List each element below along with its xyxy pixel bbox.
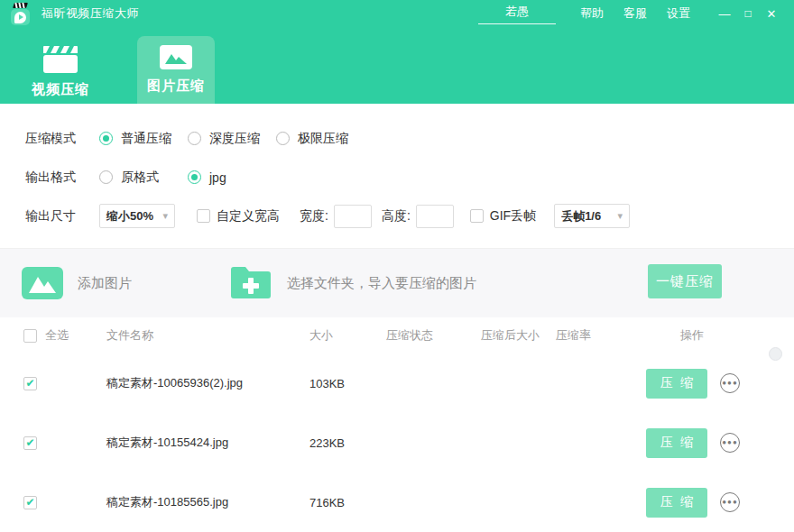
chevron-down-icon: ▾ xyxy=(618,210,623,222)
row-filename: 稿定素材-10185565.jpg xyxy=(106,494,309,510)
tab-video-compress[interactable]: 视频压缩 xyxy=(22,40,99,104)
action-band: 添加图片 选择文件夹，导入要压缩的图片 一键压缩 xyxy=(0,248,794,317)
compression-mode-label: 压缩模式 xyxy=(25,131,99,147)
scale-dropdown[interactable]: 缩小50% ▾ xyxy=(99,204,175,228)
width-input[interactable] xyxy=(334,205,372,228)
select-all-label: 全选 xyxy=(45,327,69,344)
width-label: 宽度: xyxy=(300,208,328,225)
image-icon xyxy=(160,45,192,69)
radio-label: 原格式 xyxy=(121,170,159,186)
radio-label: 深度压缩 xyxy=(209,131,260,147)
header-status: 压缩状态 xyxy=(386,327,481,344)
output-size-row: 输出尺寸 缩小50% ▾ 自定义宽高 宽度: 高度: GIF丢帧 丢帧1/6 ▾ xyxy=(0,197,794,235)
custom-size-checkbox-item[interactable]: 自定义宽高 xyxy=(197,208,280,225)
more-options-icon[interactable]: ●●● xyxy=(720,492,740,512)
add-images-label: 添加图片 xyxy=(78,275,132,292)
radio-icon xyxy=(276,132,290,145)
output-format-row: 输出格式 原格式 jpg xyxy=(0,158,794,197)
row-checkbox[interactable]: ✔ xyxy=(23,496,37,509)
header-size: 大小 xyxy=(309,327,386,344)
gif-dropframe-checkbox[interactable] xyxy=(470,209,484,223)
gif-dropframe-checkbox-item[interactable]: GIF丢帧 xyxy=(470,208,536,225)
radio-jpg-format[interactable]: jpg xyxy=(188,170,226,185)
table-row: ✔ 稿定素材-10185565.jpg 716KB 压缩 ●●● xyxy=(0,472,794,532)
row-filename: 稿定素材-10155424.jpg xyxy=(106,435,309,451)
radio-icon xyxy=(99,132,113,145)
username-menu[interactable]: 若愚 xyxy=(478,4,556,24)
dropframe-dropdown-value: 丢帧1/6 xyxy=(561,208,601,225)
tab-image-label: 图片压缩 xyxy=(147,78,205,95)
chevron-down-icon: ▾ xyxy=(162,210,168,222)
app-window: 福昕视频压缩大师 若愚 帮助 客服 设置 — □ ✕ 视频压缩 xyxy=(0,0,794,532)
add-image-icon xyxy=(22,267,63,299)
output-format-label: 输出格式 xyxy=(25,170,99,186)
table-row: ✔ 稿定素材-10155424.jpg 223KB 压缩 ●●● xyxy=(0,413,794,472)
row-filename: 稿定素材-10065936(2).jpg xyxy=(106,375,309,391)
table-row: ✔ 稿定素材-10065936(2).jpg 103KB 压缩 ●●● xyxy=(0,353,794,413)
radio-normal-compress[interactable]: 普通压缩 xyxy=(99,131,188,147)
more-options-icon[interactable]: ●●● xyxy=(720,373,740,393)
row-compress-button[interactable]: 压缩 xyxy=(646,488,707,518)
minimize-button[interactable]: — xyxy=(713,7,736,21)
custom-size-checkbox[interactable] xyxy=(197,209,210,223)
radio-label: 极限压缩 xyxy=(298,131,348,147)
scale-dropdown-value: 缩小50% xyxy=(106,208,153,225)
maximize-button[interactable]: □ xyxy=(736,7,760,20)
header-action: 操作 xyxy=(646,327,794,344)
tab-video-label: 视频压缩 xyxy=(32,81,89,98)
header-after-size: 压缩后大小 xyxy=(481,327,556,344)
table-body: ✔ 稿定素材-10065936(2).jpg 103KB 压缩 ●●● ✔ 稿定… xyxy=(0,353,794,532)
compress-all-button[interactable]: 一键压缩 xyxy=(648,264,722,298)
dropframe-dropdown[interactable]: 丢帧1/6 ▾ xyxy=(554,204,630,228)
folder-plus-icon xyxy=(229,266,272,300)
output-size-label: 输出尺寸 xyxy=(25,208,99,225)
menu-settings[interactable]: 设置 xyxy=(667,5,690,22)
radio-icon xyxy=(188,132,201,145)
header-ratio: 压缩率 xyxy=(556,327,646,344)
table-header: 全选 文件名称 大小 压缩状态 压缩后大小 压缩率 操作 xyxy=(0,317,794,353)
height-label: 高度: xyxy=(382,208,411,225)
radio-extreme-compress[interactable]: 极限压缩 xyxy=(276,131,348,147)
row-checkbox[interactable]: ✔ xyxy=(23,436,37,450)
row-size: 223KB xyxy=(309,436,386,450)
radio-deep-compress[interactable]: 深度压缩 xyxy=(188,131,276,147)
row-checkbox[interactable]: ✔ xyxy=(23,377,37,390)
more-options-icon[interactable]: ●●● xyxy=(720,433,740,453)
titlebar: 福昕视频压缩大师 若愚 帮助 客服 设置 — □ ✕ xyxy=(0,0,794,27)
custom-size-label: 自定义宽高 xyxy=(217,208,280,225)
row-compress-button[interactable]: 压缩 xyxy=(646,428,707,458)
row-size: 103KB xyxy=(309,377,386,390)
menu-help[interactable]: 帮助 xyxy=(580,5,604,22)
radio-label: 普通压缩 xyxy=(121,131,171,147)
tabbar: 视频压缩 图片压缩 xyxy=(0,27,794,104)
radio-label: jpg xyxy=(209,170,226,185)
gif-dropframe-label: GIF丢帧 xyxy=(490,208,536,225)
app-title: 福昕视频压缩大师 xyxy=(42,5,139,22)
add-images-button[interactable]: 添加图片 xyxy=(22,267,132,299)
app-logo-icon xyxy=(11,3,34,26)
menu-support[interactable]: 客服 xyxy=(623,5,647,22)
row-size: 716KB xyxy=(309,496,386,509)
clapperboard-icon xyxy=(43,46,78,73)
close-button[interactable]: ✕ xyxy=(760,7,783,21)
height-input[interactable] xyxy=(416,205,454,228)
radio-icon xyxy=(188,170,201,184)
radio-icon xyxy=(99,170,113,184)
add-folder-button[interactable]: 选择文件夹，导入要压缩的图片 xyxy=(229,266,476,300)
scrollbar-thumb[interactable] xyxy=(769,347,782,361)
compression-mode-row: 压缩模式 普通压缩 深度压缩 极限压缩 xyxy=(0,119,794,158)
settings-panel: 压缩模式 普通压缩 深度压缩 极限压缩 输出格式 原格式 jpg xyxy=(0,104,794,248)
tab-image-compress[interactable]: 图片压缩 xyxy=(137,36,215,104)
select-all-checkbox[interactable] xyxy=(23,329,37,343)
radio-original-format[interactable]: 原格式 xyxy=(99,170,188,186)
add-folder-label: 选择文件夹，导入要压缩的图片 xyxy=(287,275,476,292)
header-filename: 文件名称 xyxy=(106,327,309,344)
row-compress-button[interactable]: 压缩 xyxy=(646,369,707,399)
